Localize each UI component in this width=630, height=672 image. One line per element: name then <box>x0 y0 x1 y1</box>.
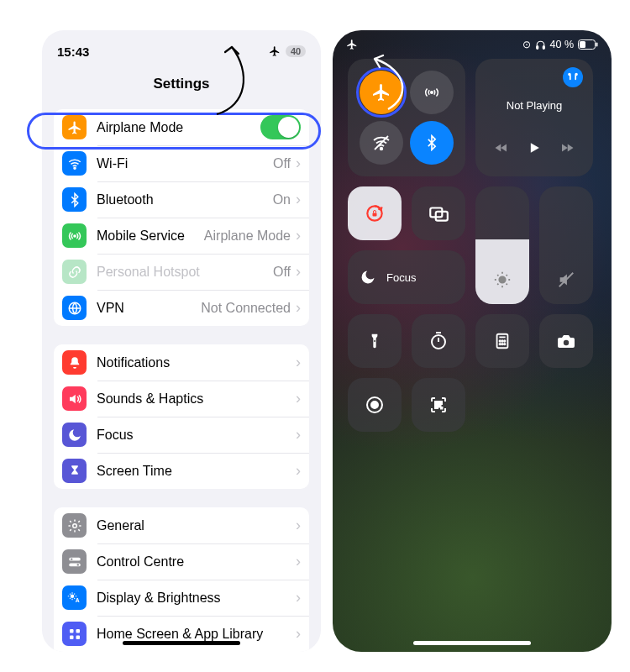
svg-text:A: A <box>75 596 79 602</box>
orientation-lock-icon: ⊙ <box>522 39 531 50</box>
wifi-icon <box>62 151 87 176</box>
svg-point-39 <box>504 344 505 344</box>
grid-icon <box>62 622 87 646</box>
svg-rect-12 <box>70 635 74 639</box>
home-indicator[interactable] <box>123 641 240 645</box>
brightness-slider[interactable] <box>475 186 529 304</box>
settings-row-bluetooth[interactable]: BluetoothOn› <box>54 181 309 218</box>
row-label: Wi-Fi <box>97 156 273 171</box>
svg-point-37 <box>500 344 501 344</box>
settings-row-personal-hotspot[interactable]: Personal HotspotOff› <box>54 254 309 290</box>
settings-row-home-screen-app-library[interactable]: Home Screen & App Library› <box>54 616 309 652</box>
chevron-right-icon: › <box>296 299 301 317</box>
settings-row-airplane-mode[interactable]: Airplane Mode <box>54 109 309 145</box>
screen-mirroring-button[interactable] <box>412 186 465 240</box>
screen-record-button[interactable] <box>348 378 402 432</box>
focus-button[interactable]: Focus <box>348 250 465 304</box>
bell-icon <box>62 350 87 375</box>
settings-group-general: General›Control Centre›ADisplay & Bright… <box>54 507 309 652</box>
volume-slider[interactable] <box>539 186 593 304</box>
bluetooth-icon <box>62 187 87 212</box>
chevron-right-icon: › <box>296 155 301 172</box>
svg-rect-47 <box>441 407 443 409</box>
row-label: Bluetooth <box>97 192 273 207</box>
hourglass-icon <box>62 459 87 483</box>
svg-point-40 <box>564 340 569 345</box>
cellular-toggle[interactable] <box>410 71 454 114</box>
page-title: Settings <box>42 72 321 101</box>
row-value: Not Connected <box>201 301 291 316</box>
row-label: Home Screen & App Library <box>97 627 296 642</box>
airplane-icon <box>346 39 358 50</box>
now-playing-label: Not Playing <box>475 99 593 112</box>
row-value: Airplane Mode <box>204 228 291 244</box>
svg-point-1 <box>73 234 75 236</box>
orientation-lock-button[interactable] <box>348 186 402 240</box>
settings-phone: 15:43 40 Settings Airplane ModeWi-FiOff›… <box>42 30 321 652</box>
svg-rect-16 <box>536 45 538 49</box>
play-icon[interactable] <box>526 139 543 156</box>
chevron-right-icon: › <box>296 589 301 606</box>
svg-point-8 <box>70 594 74 598</box>
chevron-right-icon: › <box>296 227 301 244</box>
svg-point-5 <box>71 558 72 559</box>
svg-point-42 <box>371 402 378 408</box>
timer-button[interactable] <box>412 314 465 368</box>
row-label: Sounds & Haptics <box>97 391 296 407</box>
calculator-button[interactable] <box>475 314 529 368</box>
row-label: Screen Time <box>97 464 296 479</box>
svg-point-30 <box>374 340 375 342</box>
chevron-right-icon: › <box>296 354 301 371</box>
gear-icon <box>62 513 87 538</box>
chevron-right-icon: › <box>296 426 301 444</box>
row-value: On <box>273 192 291 207</box>
settings-row-mobile-service[interactable]: Mobile ServiceAirplane Mode› <box>54 218 309 254</box>
settings-row-focus[interactable]: Focus› <box>54 417 309 453</box>
airplane-toggle[interactable] <box>360 71 403 114</box>
row-label: Control Centre <box>97 554 296 570</box>
rewind-icon[interactable] <box>494 140 509 155</box>
svg-rect-17 <box>543 45 544 49</box>
settings-row-notifications[interactable]: Notifications› <box>54 344 309 381</box>
settings-row-vpn[interactable]: VPNNot Connected› <box>54 290 309 326</box>
chevron-right-icon: › <box>296 263 301 281</box>
row-value: Off <box>273 265 291 280</box>
settings-row-screen-time[interactable]: Screen Time› <box>54 453 309 489</box>
connectivity-tile <box>348 59 465 176</box>
bluetooth-toggle[interactable] <box>410 121 454 165</box>
airplane-icon <box>269 45 281 57</box>
switches-icon <box>62 549 87 574</box>
headphones-icon <box>535 39 546 50</box>
forward-icon[interactable] <box>559 140 575 155</box>
moon-icon <box>62 423 87 447</box>
home-indicator[interactable] <box>413 641 531 645</box>
settings-row-sounds-haptics[interactable]: Sounds & Haptics› <box>54 381 309 417</box>
settings-row-control-centre[interactable]: Control Centre› <box>54 543 309 580</box>
svg-point-21 <box>431 92 433 94</box>
chevron-right-icon: › <box>296 191 301 208</box>
brightness-icon <box>475 270 529 289</box>
settings-row-wi-fi[interactable]: Wi-FiOff› <box>54 145 309 181</box>
qr-scanner-button[interactable] <box>412 378 465 432</box>
camera-button[interactable] <box>539 314 593 368</box>
toggle-switch[interactable] <box>260 115 301 139</box>
svg-point-0 <box>73 167 75 169</box>
focus-label: Focus <box>386 271 416 284</box>
svg-point-36 <box>504 340 505 341</box>
settings-row-general[interactable]: General› <box>54 507 309 543</box>
now-playing-tile[interactable]: Not Playing <box>475 59 593 176</box>
settings-group-attention: Notifications›Sounds & Haptics›Focus›Scr… <box>54 344 309 489</box>
row-value: Off <box>273 156 291 171</box>
link-icon <box>62 260 87 284</box>
flashlight-button[interactable] <box>348 314 402 368</box>
row-label: Focus <box>97 428 296 443</box>
status-time: 15:43 <box>57 45 89 59</box>
svg-rect-45 <box>435 406 438 408</box>
chevron-right-icon: › <box>296 517 301 534</box>
settings-row-display-brightness[interactable]: ADisplay & Brightness› <box>54 580 309 616</box>
svg-point-38 <box>501 344 502 344</box>
svg-point-22 <box>381 148 383 150</box>
battery-indicator: 40 <box>286 45 306 57</box>
wifi-toggle[interactable] <box>360 121 403 165</box>
svg-point-28 <box>499 276 505 282</box>
